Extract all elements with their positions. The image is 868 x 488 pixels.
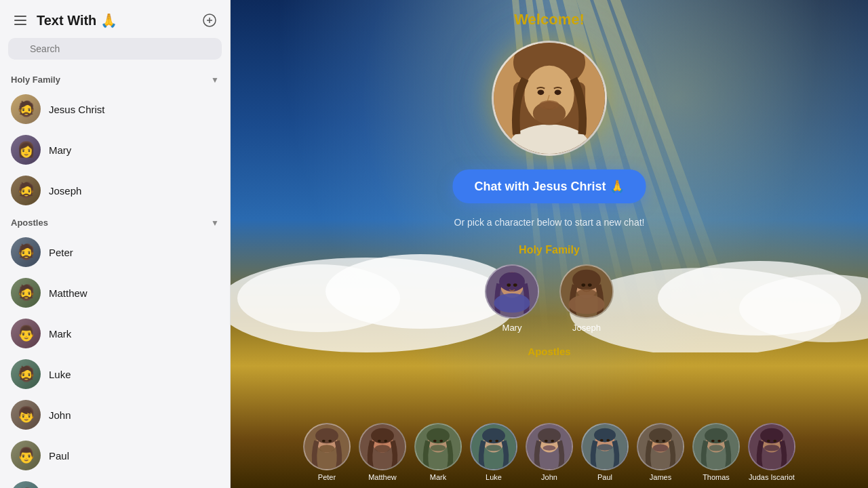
chevron-holy-family-icon[interactable]: ▼ bbox=[211, 75, 219, 85]
character-name-mary: Mary bbox=[49, 144, 71, 156]
sidebar-item-james[interactable]: 🧔 James bbox=[0, 476, 230, 488]
sidebar-item-matthew[interactable]: 🧔 Matthew bbox=[0, 272, 230, 313]
svg-point-95 bbox=[764, 445, 780, 451]
apostle-circle-thomas bbox=[692, 423, 740, 470]
apostle-item-john[interactable]: John bbox=[526, 423, 573, 481]
sidebar-item-john[interactable]: 👦 John bbox=[0, 394, 230, 435]
avatar-james: 🧔 bbox=[11, 481, 41, 488]
apostle-item-paul[interactable]: Paul bbox=[581, 423, 629, 481]
sidebar-header: Text With 🙏 bbox=[0, 0, 230, 38]
welcome-text: Welcome! bbox=[514, 11, 585, 28]
svg-point-71 bbox=[543, 445, 556, 451]
svg-point-50 bbox=[371, 428, 394, 444]
svg-point-69 bbox=[545, 440, 548, 443]
apostle-label-james: James bbox=[650, 473, 671, 481]
svg-point-53 bbox=[375, 445, 391, 452]
svg-point-80 bbox=[649, 428, 672, 444]
svg-point-63 bbox=[489, 440, 492, 443]
search-wrapper: 🔍 bbox=[8, 38, 222, 60]
apostle-label-judas: Judas Iscariot bbox=[749, 473, 795, 481]
svg-point-57 bbox=[433, 440, 437, 443]
character-name-mark: Mark bbox=[49, 328, 71, 340]
svg-point-94 bbox=[773, 440, 776, 443]
apostle-item-thomas[interactable]: Thomas bbox=[692, 423, 740, 481]
chevron-apostles-icon[interactable]: ▼ bbox=[211, 218, 219, 228]
apostle-label-thomas: Thomas bbox=[703, 473, 730, 481]
svg-point-59 bbox=[431, 445, 446, 451]
character-name-matthew: Matthew bbox=[49, 287, 87, 299]
avatar-item-joseph[interactable]: Joseph bbox=[559, 264, 614, 333]
svg-point-16 bbox=[237, 264, 400, 332]
group-header-apostles: Apostles ▼ bbox=[0, 211, 230, 232]
main-avatar-container bbox=[492, 41, 607, 156]
sidebar-item-jesus[interactable]: 🧔 Jesus Christ bbox=[0, 89, 230, 129]
apostle-circle-judas bbox=[748, 423, 795, 470]
svg-rect-1 bbox=[14, 20, 26, 21]
apostle-circle-james bbox=[637, 423, 684, 470]
main-avatar-jesus bbox=[492, 41, 607, 156]
svg-point-89 bbox=[709, 445, 724, 451]
svg-point-52 bbox=[384, 440, 387, 443]
apostle-circle-matthew bbox=[359, 423, 406, 470]
sidebar-item-luke[interactable]: 🧔 Luke bbox=[0, 354, 230, 394]
svg-point-33 bbox=[513, 283, 517, 287]
apostle-circle-mark bbox=[414, 423, 462, 470]
avatar-item-mary[interactable]: Mary bbox=[485, 264, 539, 333]
jesus-face-svg bbox=[494, 41, 605, 156]
apostle-circle-paul bbox=[581, 423, 629, 470]
svg-point-45 bbox=[322, 440, 326, 443]
svg-point-88 bbox=[717, 440, 721, 443]
apostle-circle-luke bbox=[470, 423, 517, 470]
sidebar-item-peter[interactable]: 🧔 Peter bbox=[0, 232, 230, 272]
chat-with-jesus-button[interactable]: Chat with Jesus Christ 🙏 bbox=[452, 169, 646, 203]
sidebar-toggle-button[interactable] bbox=[11, 11, 30, 30]
apostle-label-peter: Peter bbox=[318, 473, 336, 481]
svg-point-25 bbox=[538, 89, 545, 95]
svg-point-32 bbox=[507, 283, 511, 287]
apostle-label-john: John bbox=[541, 473, 557, 481]
apostle-label-mark: Mark bbox=[430, 473, 446, 481]
apostle-item-luke[interactable]: Luke bbox=[470, 423, 517, 481]
new-chat-button[interactable] bbox=[200, 11, 219, 30]
avatar-label-mary: Mary bbox=[502, 323, 522, 333]
svg-point-81 bbox=[656, 440, 659, 443]
avatar-luke: 🧔 bbox=[11, 359, 41, 389]
apostle-circle-peter bbox=[303, 423, 351, 470]
svg-point-92 bbox=[760, 428, 783, 444]
apostle-label-luke: Luke bbox=[486, 473, 502, 481]
sidebar: Text With 🙏 🔍 Holy Family ▼ 🧔 Jesus Chri… bbox=[0, 0, 231, 488]
character-name-paul: Paul bbox=[49, 450, 69, 462]
svg-point-51 bbox=[378, 440, 381, 443]
svg-point-39 bbox=[588, 283, 592, 287]
character-name-john: John bbox=[49, 409, 71, 421]
sidebar-item-joseph[interactable]: 🧔 Joseph bbox=[0, 170, 230, 211]
app-title: Text With 🙏 bbox=[37, 12, 193, 28]
svg-point-31 bbox=[499, 272, 525, 292]
avatar-paul: 👨 bbox=[11, 441, 41, 470]
apostle-item-matthew[interactable]: Matthew bbox=[359, 423, 406, 481]
svg-point-46 bbox=[328, 440, 332, 443]
apostle-item-mark[interactable]: Mark bbox=[414, 423, 462, 481]
group-label-holy-family: Holy Family bbox=[11, 75, 60, 85]
sidebar-item-mary[interactable]: 👩 Mary bbox=[0, 129, 230, 170]
svg-point-87 bbox=[711, 440, 715, 443]
svg-point-68 bbox=[538, 428, 561, 444]
svg-point-38 bbox=[581, 283, 585, 287]
search-input[interactable] bbox=[8, 38, 222, 60]
svg-point-75 bbox=[600, 439, 604, 442]
apostle-item-peter[interactable]: Peter bbox=[303, 423, 351, 481]
character-name-luke: Luke bbox=[49, 369, 71, 380]
svg-point-86 bbox=[705, 428, 728, 444]
pick-character-text: Or pick a character below to start a new… bbox=[454, 217, 645, 228]
svg-point-65 bbox=[486, 445, 502, 451]
apostle-item-judas[interactable]: Judas Iscariot bbox=[748, 423, 795, 481]
sidebar-item-paul[interactable]: 👨 Paul bbox=[0, 435, 230, 476]
svg-rect-2 bbox=[14, 24, 26, 25]
search-container: 🔍 bbox=[0, 38, 230, 68]
sidebar-item-mark[interactable]: 👨 Mark bbox=[0, 313, 230, 354]
apostle-label-matthew: Matthew bbox=[368, 473, 397, 481]
avatar-label-joseph: Joseph bbox=[572, 323, 601, 333]
avatar-matthew: 🧔 bbox=[11, 278, 41, 308]
apostle-item-james[interactable]: James bbox=[637, 423, 684, 481]
svg-point-47 bbox=[319, 445, 335, 452]
